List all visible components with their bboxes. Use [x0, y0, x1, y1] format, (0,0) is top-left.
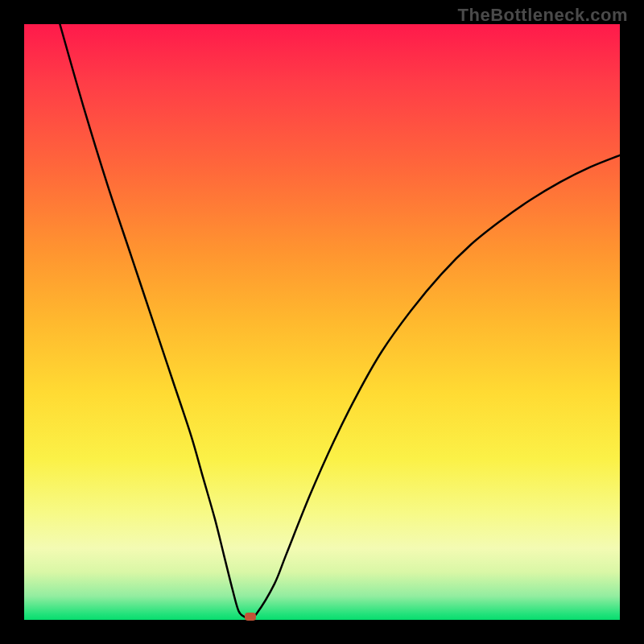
watermark-text: TheBottleneck.com [458, 5, 628, 26]
optimum-marker [245, 613, 256, 621]
plot-area [24, 24, 620, 620]
chart-frame: TheBottleneck.com [0, 0, 644, 644]
bottleneck-curve [24, 24, 620, 620]
